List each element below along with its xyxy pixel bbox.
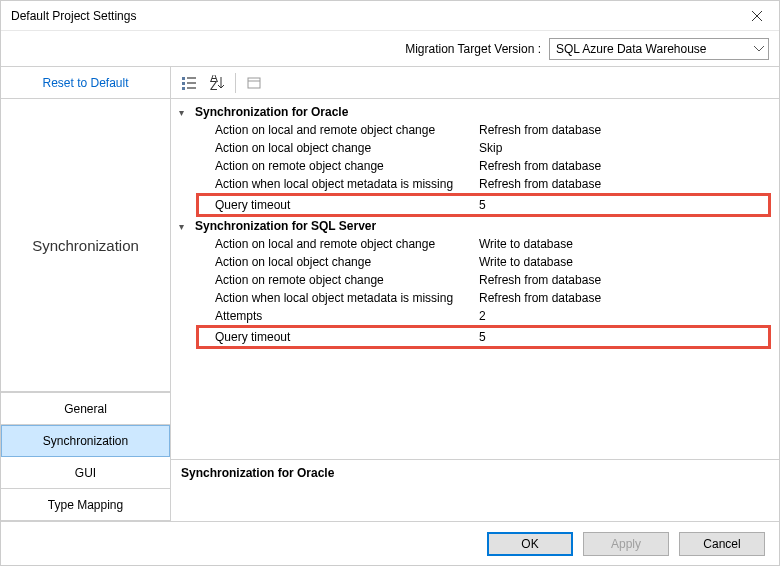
prop-row-query-timeout[interactable]: Query timeout5 xyxy=(199,196,768,214)
nav-item-general[interactable]: General xyxy=(1,393,170,425)
dialog-body: Reset to Default Synchronization General… xyxy=(1,67,779,521)
prop-value[interactable]: 5 xyxy=(471,196,768,214)
prop-value[interactable]: 2 xyxy=(471,307,779,325)
prop-value[interactable]: Write to database xyxy=(471,253,779,271)
prop-name: Action on local and remote object change xyxy=(171,121,471,139)
svg-rect-4 xyxy=(182,82,185,85)
prop-name: Action on local object change xyxy=(171,253,471,271)
property-grid[interactable]: ▾ Synchronization for Oracle Action on l… xyxy=(171,99,779,459)
svg-rect-5 xyxy=(187,82,196,84)
apply-button: Apply xyxy=(583,532,669,556)
property-pages-icon xyxy=(246,75,262,91)
category-sql-label: Synchronization for SQL Server xyxy=(195,219,376,233)
prop-value[interactable]: Refresh from database xyxy=(471,157,779,175)
prop-name: Query timeout xyxy=(199,196,471,214)
prop-row[interactable]: Action on local object changeSkip xyxy=(171,139,779,157)
nav-item-gui[interactable]: GUI xyxy=(1,457,170,489)
prop-name: Action when local object metadata is mis… xyxy=(171,175,471,193)
svg-rect-3 xyxy=(187,77,196,79)
nav-list: General Synchronization GUI Type Mapping xyxy=(1,392,170,521)
dialog-button-row: OK Apply Cancel xyxy=(1,521,779,565)
prop-row[interactable]: Action when local object metadata is mis… xyxy=(171,289,779,307)
categorized-icon xyxy=(181,75,197,91)
description-title: Synchronization for Oracle xyxy=(181,466,769,480)
prop-value[interactable]: 5 xyxy=(471,328,768,346)
prop-value[interactable]: Skip xyxy=(471,139,779,157)
prop-value[interactable]: Refresh from database xyxy=(471,289,779,307)
description-pane: Synchronization for Oracle xyxy=(171,459,779,521)
svg-rect-7 xyxy=(187,87,196,89)
prop-name: Action on local object change xyxy=(171,139,471,157)
property-grid-toolbar: AZ xyxy=(171,67,779,99)
collapse-icon: ▾ xyxy=(179,221,191,232)
svg-text:Z: Z xyxy=(210,79,217,91)
nav-item-type-mapping[interactable]: Type Mapping xyxy=(1,489,170,521)
highlight-sql-query-timeout: Query timeout5 xyxy=(196,325,771,349)
prop-row[interactable]: Action on remote object changeRefresh fr… xyxy=(171,157,779,175)
prop-row[interactable]: Action when local object metadata is mis… xyxy=(171,175,779,193)
nav-item-synchronization[interactable]: Synchronization xyxy=(1,425,170,457)
category-oracle[interactable]: ▾ Synchronization for Oracle xyxy=(171,103,779,121)
prop-row[interactable]: Action on local and remote object change… xyxy=(171,121,779,139)
window-title: Default Project Settings xyxy=(11,9,734,23)
prop-name: Action on local and remote object change xyxy=(171,235,471,253)
svg-rect-10 xyxy=(248,78,260,88)
highlight-oracle-query-timeout: Query timeout5 xyxy=(196,193,771,217)
prop-name: Query timeout xyxy=(199,328,471,346)
reset-to-default-link[interactable]: Reset to Default xyxy=(42,76,128,90)
alphabetical-button[interactable]: AZ xyxy=(205,71,229,95)
prop-value[interactable]: Refresh from database xyxy=(471,175,779,193)
svg-rect-6 xyxy=(182,87,185,90)
ok-button[interactable]: OK xyxy=(487,532,573,556)
migration-target-value: SQL Azure Data Warehouse xyxy=(556,42,707,56)
category-sql-server[interactable]: ▾ Synchronization for SQL Server xyxy=(171,217,779,235)
collapse-icon: ▾ xyxy=(179,107,191,118)
prop-name: Action on remote object change xyxy=(171,271,471,289)
chevron-down-icon xyxy=(754,46,764,52)
toolbar-separator xyxy=(235,73,236,93)
sort-az-icon: AZ xyxy=(209,75,225,91)
prop-value[interactable]: Refresh from database xyxy=(471,271,779,289)
titlebar: Default Project Settings xyxy=(1,1,779,31)
category-oracle-label: Synchronization for Oracle xyxy=(195,105,348,119)
left-column: Reset to Default Synchronization General… xyxy=(1,67,171,521)
migration-target-select[interactable]: SQL Azure Data Warehouse xyxy=(549,38,769,60)
prop-name: Attempts xyxy=(171,307,471,325)
prop-row[interactable]: Action on remote object changeRefresh fr… xyxy=(171,271,779,289)
prop-value[interactable]: Write to database xyxy=(471,235,779,253)
migration-target-label: Migration Target Version : xyxy=(405,42,541,56)
right-column: AZ ▾ Synchronization for Oracle Action o… xyxy=(171,67,779,521)
prop-value[interactable]: Refresh from database xyxy=(471,121,779,139)
close-button[interactable] xyxy=(734,1,779,31)
settings-window: Default Project Settings Migration Targe… xyxy=(0,0,780,566)
migration-target-row: Migration Target Version : SQL Azure Dat… xyxy=(1,31,779,67)
categorized-button[interactable] xyxy=(177,71,201,95)
prop-row[interactable]: Action on local and remote object change… xyxy=(171,235,779,253)
property-pages-button[interactable] xyxy=(242,71,266,95)
prop-row[interactable]: Attempts2 xyxy=(171,307,779,325)
left-spacer: Synchronization xyxy=(1,99,170,392)
cancel-button[interactable]: Cancel xyxy=(679,532,765,556)
prop-row-query-timeout[interactable]: Query timeout5 xyxy=(199,328,768,346)
close-icon xyxy=(752,11,762,21)
prop-row[interactable]: Action on local object changeWrite to da… xyxy=(171,253,779,271)
page-caption: Synchronization xyxy=(1,99,170,392)
prop-name: Action when local object metadata is mis… xyxy=(171,289,471,307)
prop-name: Action on remote object change xyxy=(171,157,471,175)
svg-rect-2 xyxy=(182,77,185,80)
reset-area: Reset to Default xyxy=(1,67,170,99)
